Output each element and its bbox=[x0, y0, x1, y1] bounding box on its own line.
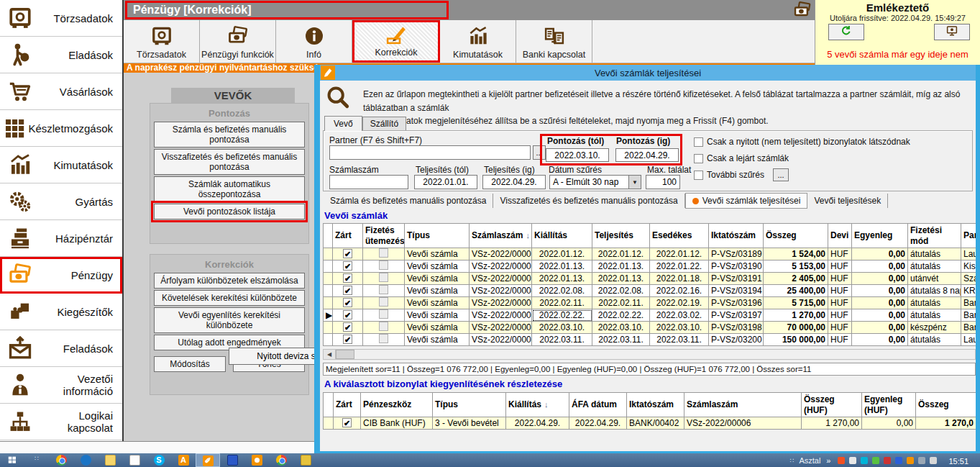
sidebar-item-p-nz-gy[interactable]: Pénzügy bbox=[0, 257, 122, 294]
table-cell[interactable]: P-VSz/03198 bbox=[709, 322, 764, 334]
table-cell[interactable]: átutalás bbox=[908, 260, 961, 273]
tab-sz-ll-t-[interactable]: Szállító bbox=[362, 117, 406, 130]
table-cell[interactable]: 0,00 bbox=[852, 334, 908, 346]
unchecked-checkbox[interactable] bbox=[379, 273, 388, 282]
column-header-devi[interactable]: Devi bbox=[828, 224, 852, 248]
column-header-t-pus[interactable]: Típus bbox=[433, 393, 506, 417]
table-cell[interactable]: Vevői számla bbox=[405, 285, 470, 297]
table-cell[interactable]: 2022.04.29. bbox=[506, 417, 569, 430]
table-cell[interactable]: 2022.01.18. bbox=[650, 273, 709, 285]
table-cell[interactable]: 0,00 bbox=[852, 322, 908, 334]
table-cell[interactable]: 150 000,00 bbox=[764, 334, 828, 346]
datum-szures-select[interactable]: A - Elmúlt 30 nap ▼ bbox=[549, 175, 641, 189]
column-header--sszeg[interactable]: Összeg bbox=[916, 393, 976, 417]
row-selector[interactable] bbox=[324, 417, 334, 430]
column-header-sz-mlasz-m[interactable]: Számlaszám bbox=[684, 393, 802, 417]
table-cell[interactable]: Vevői számla bbox=[405, 260, 470, 273]
checked-checkbox[interactable]: ✔ bbox=[343, 286, 352, 295]
table-cell[interactable]: átutalás bbox=[908, 334, 961, 346]
subtab-vev-i-teljes-t-sek[interactable]: Vevői teljesítések bbox=[807, 194, 888, 208]
table-cell[interactable]: 25 400,00 bbox=[764, 285, 828, 297]
table-cell[interactable]: készpénz bbox=[908, 322, 961, 334]
row-selector[interactable] bbox=[324, 260, 333, 273]
table-cell[interactable]: 2022.02.16. bbox=[650, 285, 709, 297]
table-cell[interactable]: 2022.04.29. bbox=[569, 417, 627, 430]
toolbar-button-p-nz-gyi-funkci-k[interactable]: Pénzügyi funkciók bbox=[200, 20, 276, 63]
table-cell[interactable]: átutalás 8 nap bbox=[908, 285, 961, 297]
cell-checkbox[interactable] bbox=[363, 285, 405, 297]
cell-checkbox[interactable]: ✔ bbox=[333, 309, 363, 322]
tray-icon[interactable] bbox=[861, 457, 868, 464]
unchecked-checkbox[interactable] bbox=[379, 285, 388, 294]
table-cell[interactable]: HUF bbox=[828, 248, 852, 260]
row-selector[interactable] bbox=[324, 248, 333, 260]
table-cell[interactable]: HUF bbox=[828, 285, 852, 297]
cell-checkbox[interactable] bbox=[363, 248, 405, 260]
table-cell[interactable]: 2022.01.12. bbox=[592, 248, 650, 260]
column-header-egyenleg[interactable]: Egyenleg bbox=[852, 224, 908, 248]
taskbar-app-skype[interactable]: S bbox=[147, 453, 171, 467]
table-cell[interactable]: 2022.01.13. bbox=[532, 273, 592, 285]
table-cell[interactable]: HUF bbox=[828, 309, 852, 322]
table-cell[interactable]: 2022.01.22. bbox=[650, 260, 709, 273]
toolbar-button-banki-kapcsolat[interactable]: Banki kapcsolat bbox=[516, 20, 592, 63]
table-cell[interactable]: HUF bbox=[828, 273, 852, 285]
table-cell[interactable]: 2022.02.11. bbox=[532, 297, 592, 309]
table-cell[interactable]: 2022.01.12. bbox=[650, 248, 709, 260]
invoice-row[interactable]: ✔Vevői számlaVSz-2022/000072022.03.10.20… bbox=[324, 322, 976, 334]
table-cell[interactable]: P-VSz/03189 bbox=[709, 248, 764, 260]
unchecked-checkbox[interactable] bbox=[379, 297, 388, 307]
cell-checkbox[interactable]: ✔ bbox=[334, 417, 361, 430]
toolbar-button-kimutat-sok[interactable]: Kimutatások bbox=[440, 20, 516, 63]
table-cell[interactable]: 0,00 bbox=[852, 297, 908, 309]
table-cell[interactable]: Vevői számla bbox=[405, 297, 470, 309]
table-cell[interactable]: HUF bbox=[828, 260, 852, 273]
column-header-par[interactable]: Par bbox=[961, 224, 976, 248]
cell-checkbox[interactable]: ✔ bbox=[333, 334, 363, 346]
taskbar-app-puzzle[interactable] bbox=[293, 453, 318, 467]
cell-checkbox[interactable] bbox=[363, 273, 405, 285]
table-cell[interactable]: 2022.01.12. bbox=[532, 248, 592, 260]
table-cell[interactable]: P-VSz/03190 bbox=[709, 260, 764, 273]
table-cell[interactable]: Lau bbox=[961, 334, 976, 346]
more-filter-checkbox[interactable] bbox=[694, 171, 703, 180]
checked-checkbox[interactable]: ✔ bbox=[343, 261, 352, 271]
table-cell[interactable]: 2022.02.22. bbox=[532, 309, 592, 322]
sidebar-item-kimutat-sok[interactable]: Kimutatások bbox=[0, 147, 122, 183]
table-cell[interactable]: 0,00 bbox=[852, 285, 908, 297]
unchecked-checkbox[interactable] bbox=[379, 309, 388, 319]
table-cell[interactable]: 2022.01.13. bbox=[592, 273, 650, 285]
checked-checkbox[interactable]: ✔ bbox=[343, 249, 352, 258]
subtab-sz-mla-s-befizet-s-manu-lis-pontoz-sa[interactable]: Számla és befizetés manuális pontozása bbox=[324, 194, 493, 208]
table-cell[interactable]: Vevői számla bbox=[405, 322, 470, 334]
taskbar-app-thunderbird[interactable] bbox=[73, 453, 98, 467]
table-cell[interactable]: P-VSz/03197 bbox=[709, 309, 764, 322]
row-selector[interactable] bbox=[324, 273, 333, 285]
cell-checkbox[interactable] bbox=[363, 309, 405, 322]
cell-checkbox[interactable]: ✔ bbox=[333, 285, 363, 297]
open-only-checkbox[interactable] bbox=[694, 137, 703, 147]
column-header-fizet-s-temez-s[interactable]: Fizetés ütemezés bbox=[363, 224, 405, 248]
start-button[interactable] bbox=[0, 453, 24, 467]
table-cell[interactable]: 1 270,00 bbox=[802, 417, 862, 430]
table-cell[interactable]: 2022.03.10. bbox=[650, 322, 709, 334]
unchecked-checkbox[interactable] bbox=[379, 260, 388, 270]
column-header-fizet-si-m-d[interactable]: Fizetési mód bbox=[908, 224, 961, 248]
table-cell[interactable]: VSz-2022/00006 bbox=[684, 417, 802, 430]
scrollbar-thumb[interactable] bbox=[336, 350, 354, 359]
table-cell[interactable]: 1 270,00 bbox=[764, 309, 828, 322]
sidebar-item-felad-sok[interactable]: Feladások bbox=[0, 330, 122, 367]
table-cell[interactable]: 2 405,00 bbox=[764, 273, 828, 285]
table-cell[interactable]: HUF bbox=[828, 297, 852, 309]
invoice-row[interactable]: ✔Vevői számlaVSz-2022/000052022.02.11.20… bbox=[324, 297, 976, 309]
panel-button-sz-ml-k-automatikus-sszepontoz-sa[interactable]: Számlák automatikus összepontozása bbox=[154, 176, 305, 202]
tray-icon[interactable] bbox=[849, 457, 856, 464]
taskbar-app-explorer[interactable] bbox=[98, 453, 122, 467]
table-cell[interactable]: 2022.03.11. bbox=[532, 334, 592, 346]
tab-vev-[interactable]: Vevő bbox=[324, 116, 362, 131]
table-cell[interactable]: Vevői számla bbox=[405, 248, 470, 260]
panel-button--rfolyam-k-l-nb-zetek-elsz-mol-sa[interactable]: Árfolyam különbözetek elszámolása bbox=[154, 273, 305, 289]
column-header--sszeg[interactable]: Összeg bbox=[764, 224, 828, 248]
tray-icon[interactable] bbox=[930, 457, 937, 464]
subtab-visszafizet-s-s-befizet-s-manu-lis-ponto[interactable]: Visszafizetés és befizetés manuális pont… bbox=[493, 194, 684, 208]
